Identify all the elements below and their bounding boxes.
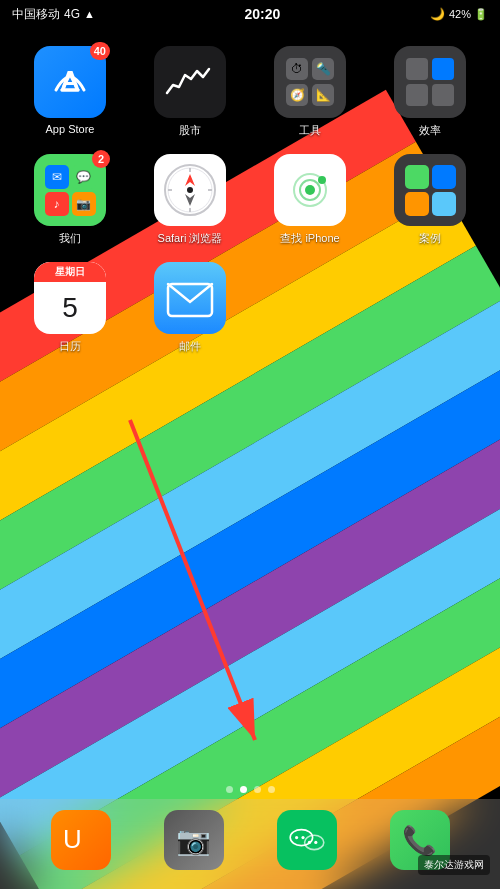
calendar-inner-icon: 星期日 5 [34,262,106,334]
app-icon-wrap-efficiency [394,46,466,118]
dock-icon-wechat [277,810,337,870]
app-label-stocks: 股市 [179,123,201,138]
app-icon-stocks [154,46,226,118]
app-label-case: 案例 [419,231,441,246]
app-item-findphone[interactable]: 查找 iPhone [254,154,366,246]
svg-text:U: U [63,825,82,853]
app-icon-efficiency [394,46,466,118]
app-label-mail: 邮件 [179,339,201,354]
tools-inner-icon: ⏱ 🔦 🧭 📐 [278,50,342,114]
svg-point-16 [305,185,315,195]
efficiency-inner-icon [398,50,462,114]
mail-envelope-icon [160,268,220,328]
case-inner-icon [399,159,462,222]
app-icon-tools: ⏱ 🔦 🧭 📐 [274,46,346,118]
app-icon-case [394,154,466,226]
app-icon-mail [154,262,226,334]
badge-wemen: 2 [92,150,110,168]
stocks-chart-icon [165,65,215,100]
moon-icon: 🌙 [430,7,445,21]
svg-point-24 [295,836,298,839]
svg-point-26 [307,841,310,844]
signal-icon: ▲ [84,8,95,20]
app-icon-wrap-tools: ⏱ 🔦 🧭 📐 [274,46,346,118]
battery-icon: 42% 🔋 [449,8,488,21]
app-item-calendar[interactable]: 星期日 5 日历 [14,262,126,354]
dock-item-wechat[interactable] [277,810,337,870]
app-item-case[interactable]: 案例 [374,154,486,246]
app-label-tools: 工具 [299,123,321,138]
svg-point-25 [301,836,304,839]
app-icon-wrap-calendar: 星期日 5 [34,262,106,334]
status-bar: 中国移动 4G ▲ 20:20 🌙 42% 🔋 [0,0,500,28]
app-item-efficiency[interactable]: 效率 [374,46,486,138]
watermark: 泰尔达游戏网 [418,855,490,875]
page-dot-1[interactable] [240,786,247,793]
app-icon-wrap-case [394,154,466,226]
network-type: 4G [64,7,80,21]
app-label-wemen: 我们 [59,231,81,246]
appstore-logo-icon: A [48,60,92,104]
app-item-wemen[interactable]: ✉ 💬 ♪ 📷 2我们 [14,154,126,246]
page-dot-0[interactable] [226,786,233,793]
dock-item-camera[interactable]: 📷 [164,810,224,870]
app-icon-calendar: 星期日 5 [34,262,106,334]
status-left: 中国移动 4G ▲ [12,6,95,23]
wemen-inner-icon: ✉ 💬 ♪ 📷 [39,159,102,222]
app-icon-findphone [274,154,346,226]
svg-point-17 [318,176,326,184]
dock-icon-camera: 📷 [164,810,224,870]
app-icon-wrap-findphone [274,154,346,226]
badge-appstore: 40 [90,42,110,60]
app-label-efficiency: 效率 [419,123,441,138]
app-item-stocks[interactable]: 股市 [134,46,246,138]
app-label-findphone: 查找 iPhone [280,231,339,246]
app-item-appstore[interactable]: A 40App Store [14,46,126,138]
app-icon-wrap-wemen: ✉ 💬 ♪ 📷 2 [34,154,106,226]
page-dot-2[interactable] [254,786,261,793]
app-label-appstore: App Store [46,123,95,135]
app-item-tools[interactable]: ⏱ 🔦 🧭 📐 工具 [254,46,366,138]
app-icon-safari [154,154,226,226]
app-label-safari: Safari 浏览器 [158,231,223,246]
findphone-radar-icon [280,160,340,220]
svg-point-12 [187,187,193,193]
clock: 20:20 [245,6,281,22]
app-label-calendar: 日历 [59,339,81,354]
safari-compass-icon [160,160,220,220]
app-icon-wrap-appstore: A 40 [34,46,106,118]
svg-point-27 [314,841,317,844]
status-right: 🌙 42% 🔋 [430,7,488,21]
app-icon-wrap-stocks [154,46,226,118]
app-item-mail[interactable]: 邮件 [134,262,246,354]
dock-icon-uc: U [51,810,111,870]
app-item-safari[interactable]: Safari 浏览器 [134,154,246,246]
carrier: 中国移动 [12,6,60,23]
app-grid: A 40App Store 股市 ⏱ 🔦 🧭 📐 工具 效率 ✉ 💬 [0,36,500,364]
dock-item-uc[interactable]: U [51,810,111,870]
page-dot-3[interactable] [268,786,275,793]
app-icon-wrap-mail [154,262,226,334]
dock: U📷📞 [0,799,500,889]
app-icon-wrap-safari [154,154,226,226]
page-dots [0,786,500,793]
